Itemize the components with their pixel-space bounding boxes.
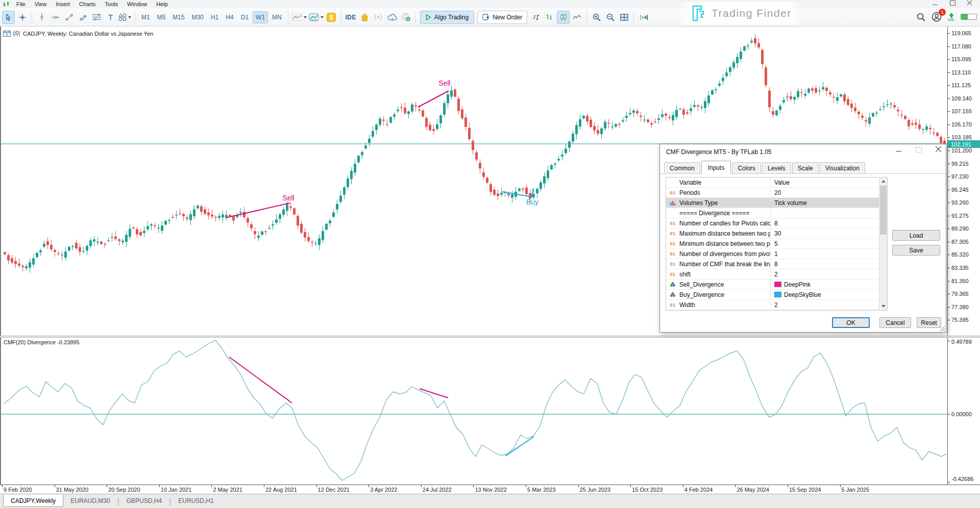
horizontal-line-tool-button[interactable]	[49, 11, 62, 24]
param-value-cell[interactable]: 5	[770, 239, 872, 248]
load-button[interactable]: Load	[892, 230, 940, 241]
dialog-minimize-icon[interactable]	[895, 146, 902, 153]
crosshair-tool-button[interactable]	[16, 11, 29, 24]
chart-tab-euraud[interactable]: EURAUD,M30	[63, 495, 117, 507]
bar-chart-mode-button[interactable]	[543, 11, 556, 24]
zoom-in-button[interactable]	[590, 11, 603, 24]
timeframe-w1[interactable]: W1	[253, 11, 268, 23]
save-button[interactable]: Save	[892, 245, 940, 256]
cloud-button[interactable]	[386, 11, 399, 24]
param-value-cell[interactable]: 2	[770, 269, 872, 279]
param-value-cell[interactable]: 2	[770, 300, 872, 310]
menu-window[interactable]: Window	[122, 1, 152, 8]
timeframe-m15[interactable]: M15	[169, 11, 187, 23]
market-button[interactable]	[358, 11, 371, 24]
buy-indicator-divergence-line[interactable]	[505, 437, 534, 456]
timeframe-mn[interactable]: MN	[269, 11, 285, 23]
ok-button[interactable]: OK	[832, 317, 870, 328]
tile-windows-button[interactable]	[618, 11, 630, 24]
timeframe-m30[interactable]: M30	[189, 11, 207, 23]
shift-end-button[interactable]	[637, 11, 650, 24]
dialog-tab-inputs[interactable]: Inputs	[701, 161, 731, 174]
reset-button[interactable]: Reset	[917, 317, 941, 328]
param-row-number-of-candles-for-pivots-calculati-[interactable]: 01Number of candles for Pivots calculati…	[666, 218, 887, 228]
chart-tab-eurusd[interactable]: EURUSD,H1	[171, 495, 220, 507]
timeframe-d1[interactable]: D1	[238, 11, 252, 23]
candle-chart-mode-button[interactable]	[557, 11, 570, 24]
maximize-icon[interactable]	[949, 1, 955, 6]
param-row-periods[interactable]: 01Periods20	[666, 188, 887, 198]
signals-button[interactable]	[372, 11, 385, 24]
zoom-out-button[interactable]	[604, 11, 617, 24]
dialog-close-icon[interactable]	[935, 146, 942, 153]
timeframe-h4[interactable]: H4	[223, 11, 236, 23]
indicator-panel[interactable]: CMF(20) Divergence -0.23895	[0, 338, 947, 485]
deposit-button[interactable]: $	[325, 11, 338, 24]
dialog-tab-visualization[interactable]: Visualization	[820, 162, 865, 173]
close-icon[interactable]	[967, 1, 973, 6]
param-row-width[interactable]: 01Width2	[666, 300, 887, 310]
one-click-trading-icon[interactable]	[3, 31, 11, 37]
indicator-axis[interactable]: 0.497890.00000-0.42686	[947, 338, 980, 485]
dialog-maximize-icon[interactable]	[915, 146, 922, 153]
resize-grip-icon[interactable]	[940, 326, 945, 331]
param-row-maximum-distance-between-two-pivots[interactable]: 01Maximum distance between two pivots30	[666, 228, 887, 239]
chart-objects-button[interactable]	[291, 11, 307, 24]
scroll-down-icon[interactable]	[881, 305, 886, 308]
param-value-cell[interactable]: DeepPink	[770, 280, 872, 289]
param-row-number-of-divergences-from-pivot[interactable]: 01Number of divergences from pivot1	[666, 249, 887, 259]
param-row-buy-divergence[interactable]: Buy_DivergenceDeepSkyBlue	[666, 290, 887, 300]
table-scrollbar[interactable]	[879, 177, 887, 310]
param-row-number-of-cmf-that-break-the-line[interactable]: 01Number of CMF that break the line8	[666, 259, 887, 269]
price-axis[interactable]: 119.065117.080115.095113.110111.125109.1…	[947, 27, 980, 336]
timeframe-m1[interactable]: M1	[138, 11, 153, 23]
param-row-sell-divergence[interactable]: Sell_DivergenceDeepPink	[666, 280, 887, 290]
param-row-volumes-type[interactable]: Volumes TypeTick volume	[666, 198, 887, 208]
param-value-cell[interactable]: 1	[770, 249, 872, 259]
param-row-minimum-distance-between-two-pivots[interactable]: 01Minimum distance between two pivots5	[666, 239, 887, 249]
scroll-up-icon[interactable]	[881, 180, 886, 183]
cmf-oscillator-chart[interactable]	[1, 338, 948, 485]
param-value-cell[interactable]: 8	[770, 259, 872, 269]
timeframe-h1[interactable]: H1	[208, 11, 222, 23]
indicators-button[interactable]	[308, 11, 324, 24]
param-value-cell[interactable]: Tick volume	[770, 198, 872, 208]
menu-view[interactable]: View	[30, 1, 52, 8]
menu-help[interactable]: Help	[152, 1, 173, 8]
param-value-cell[interactable]	[770, 208, 872, 218]
dialog-tab-scale[interactable]: Scale	[792, 162, 819, 173]
menu-tools[interactable]: Tools	[100, 1, 122, 8]
minimize-icon[interactable]	[932, 1, 938, 6]
chart-tab-cadjpy[interactable]: CADJPY,Weekly	[3, 495, 63, 507]
buy-divergence-line[interactable]	[502, 189, 533, 197]
cursor-tool-button[interactable]	[2, 11, 15, 24]
menu-charts[interactable]: Charts	[75, 1, 100, 8]
account-button[interactable]: 1	[932, 12, 942, 22]
param-row-shift[interactable]: 01shift2	[666, 269, 887, 280]
dialog-tab-levels[interactable]: Levels	[762, 162, 791, 173]
tick-arrows-button[interactable]	[529, 11, 542, 24]
channel-tool-button[interactable]	[77, 11, 89, 24]
menu-insert[interactable]: Insert	[51, 1, 75, 8]
fibo-tool-button[interactable]	[90, 11, 103, 24]
text-tool-button[interactable]: T	[104, 11, 117, 24]
dialog-tab-common[interactable]: Common	[664, 162, 700, 173]
cancel-button[interactable]: Cancel	[879, 317, 911, 328]
new-order-button[interactable]: New Order	[477, 11, 527, 24]
shapes-tool-button[interactable]	[118, 11, 132, 24]
community-button[interactable]	[400, 11, 412, 24]
search-icon[interactable]	[917, 13, 925, 21]
trendline-tool-button[interactable]	[63, 11, 76, 24]
param-value-cell[interactable]: 8	[770, 218, 872, 228]
dialog-titlebar[interactable]: CMF Divergence MT5 - By TFLab 1.05	[660, 144, 946, 160]
param-value-cell[interactable]: DeepSkyBlue	[770, 290, 872, 299]
level-indicator[interactable]: LVL	[948, 13, 954, 21]
param-value-cell[interactable]: 20	[770, 188, 872, 197]
sell-indicator-divergence-line[interactable]	[229, 357, 292, 403]
timeframe-m5[interactable]: M5	[154, 11, 169, 23]
vertical-line-tool-button[interactable]	[35, 11, 48, 24]
dialog-tab-colors[interactable]: Colors	[732, 162, 761, 173]
sell-indicator-divergence-line[interactable]	[420, 389, 448, 398]
algo-trading-button[interactable]: Algo Trading	[420, 11, 474, 24]
param-value-cell[interactable]: 30	[770, 228, 872, 238]
